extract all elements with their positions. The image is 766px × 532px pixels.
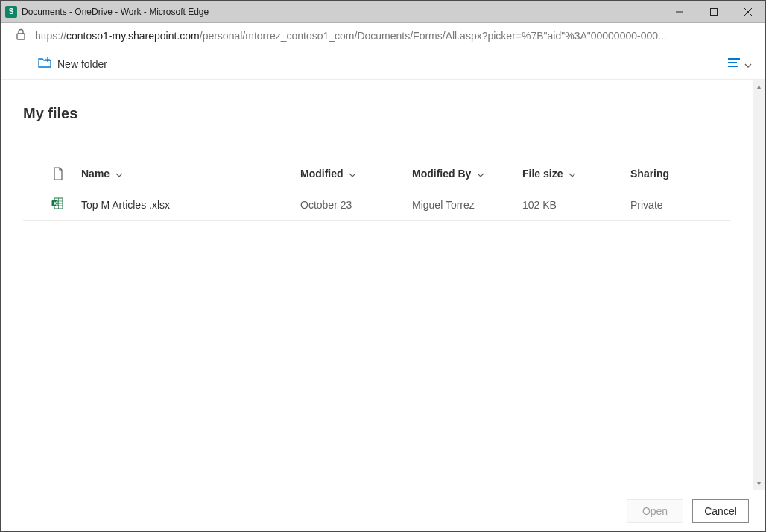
column-header-modified-by[interactable]: Modified By bbox=[412, 168, 522, 180]
table-header-row: Name Modified Modified By File size bbox=[23, 158, 730, 189]
url-path: /personal/mtorrez_contoso1_com/Documents… bbox=[200, 30, 667, 42]
page-title: My files bbox=[23, 105, 730, 122]
chevron-down-icon bbox=[115, 173, 123, 177]
new-folder-label: New folder bbox=[57, 58, 107, 70]
file-name-cell: Top M Articles .xlsx bbox=[77, 199, 300, 211]
chevron-down-icon bbox=[744, 57, 752, 71]
table-row[interactable]: Top M Articles .xlsx October 23 Miguel T… bbox=[23, 189, 730, 221]
view-options-button[interactable] bbox=[728, 57, 752, 71]
url-host: contoso1-my.sharepoint.com bbox=[66, 30, 200, 42]
file-table: Name Modified Modified By File size bbox=[23, 158, 730, 221]
column-header-file-type[interactable] bbox=[23, 167, 77, 180]
dialog-footer: Open Cancel bbox=[1, 490, 765, 531]
chevron-down-icon bbox=[477, 173, 484, 177]
scroll-up-button[interactable]: ▴ bbox=[753, 80, 765, 92]
chevron-down-icon bbox=[569, 173, 576, 177]
svg-rect-1 bbox=[711, 8, 718, 15]
maximize-button[interactable] bbox=[697, 1, 731, 23]
column-header-modified[interactable]: Modified bbox=[300, 168, 412, 180]
cancel-button[interactable]: Cancel bbox=[692, 499, 749, 523]
scroll-down-button[interactable]: ▾ bbox=[753, 477, 765, 490]
vertical-scrollbar[interactable]: ▴ ▾ bbox=[753, 80, 765, 490]
url-prefix: https:// bbox=[35, 30, 66, 42]
file-modifiedby-cell: Miguel Torrez bbox=[412, 199, 522, 211]
window-titlebar: S Documents - OneDrive - Work - Microsof… bbox=[1, 1, 765, 23]
column-header-sharing[interactable]: Sharing bbox=[630, 168, 730, 180]
new-folder-icon bbox=[38, 57, 51, 70]
view-list-icon bbox=[728, 57, 740, 71]
minimize-button[interactable] bbox=[662, 1, 697, 23]
close-button[interactable] bbox=[731, 1, 765, 23]
svg-rect-4 bbox=[17, 34, 25, 39]
file-modified-cell: October 23 bbox=[300, 199, 412, 211]
column-header-file-size[interactable]: File size bbox=[522, 168, 630, 180]
column-header-name[interactable]: Name bbox=[77, 168, 300, 180]
file-type-cell bbox=[23, 197, 77, 212]
command-bar: New folder bbox=[1, 48, 765, 80]
sharepoint-icon: S bbox=[5, 6, 17, 18]
open-button: Open bbox=[627, 499, 683, 523]
content-area: My files Name Modified bbox=[1, 80, 753, 490]
lock-icon bbox=[16, 28, 26, 42]
file-size-cell: 102 KB bbox=[522, 199, 630, 211]
address-bar[interactable]: https://contoso1-my.sharepoint.com/perso… bbox=[1, 23, 765, 48]
file-sharing-cell: Private bbox=[630, 199, 730, 211]
window-title: Documents - OneDrive - Work - Microsoft … bbox=[22, 7, 209, 17]
new-folder-button[interactable]: New folder bbox=[38, 57, 107, 70]
chevron-down-icon bbox=[349, 173, 356, 177]
excel-file-icon bbox=[51, 197, 63, 212]
